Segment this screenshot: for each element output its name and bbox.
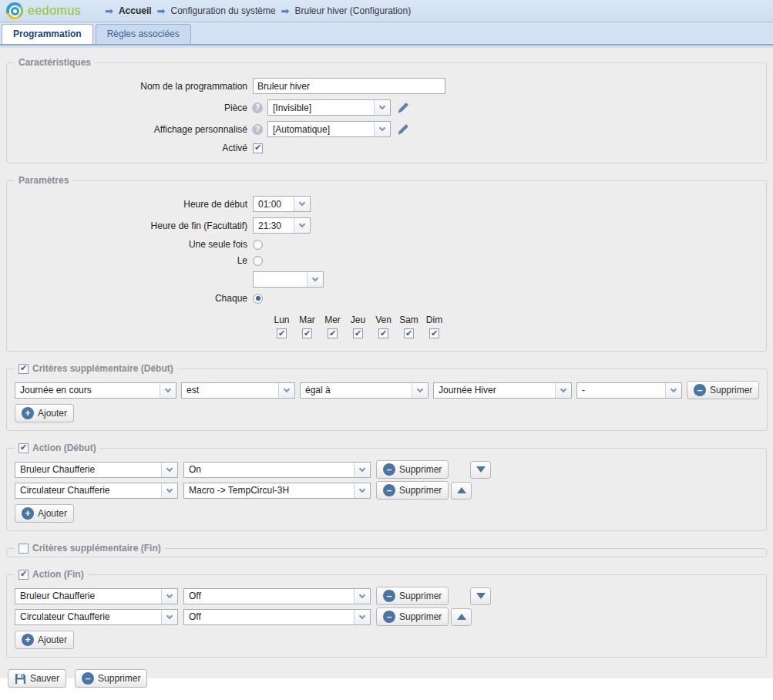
chevron-down-icon[interactable] bbox=[374, 100, 390, 115]
add-action-button[interactable]: + Ajouter bbox=[15, 504, 74, 523]
add-criteria-button[interactable]: + Ajouter bbox=[15, 404, 74, 422]
delete-criteria-button[interactable]: – Supprimer bbox=[687, 381, 759, 399]
help-icon[interactable]: ? bbox=[252, 103, 263, 113]
delete-action-button[interactable]: – Supprimer bbox=[376, 587, 449, 605]
move-action-up-button[interactable] bbox=[451, 608, 472, 626]
enabled-checkbox[interactable] bbox=[253, 143, 263, 153]
move-action-up-button[interactable] bbox=[451, 482, 472, 500]
action-device-select[interactable]: Circulateur Chaufferie bbox=[15, 609, 178, 625]
save-icon bbox=[15, 673, 26, 685]
arrow-down-icon bbox=[476, 466, 486, 473]
chevron-down-icon[interactable] bbox=[665, 383, 681, 398]
action-value-select[interactable]: Macro -> TempCircul-3H bbox=[183, 483, 371, 499]
chevron-down-icon[interactable] bbox=[161, 589, 177, 604]
end-time-select[interactable]: 21:30 bbox=[253, 217, 311, 234]
chevron-down-icon[interactable] bbox=[354, 483, 370, 498]
chevron-down-icon[interactable] bbox=[294, 218, 310, 233]
add-action-button[interactable]: + Ajouter bbox=[15, 631, 74, 649]
every-radio[interactable] bbox=[253, 294, 263, 304]
chevron-down-icon[interactable] bbox=[160, 383, 176, 398]
criteria-verb-select[interactable]: est bbox=[181, 382, 295, 399]
action-value-select[interactable]: Off bbox=[183, 609, 371, 625]
tab-programmation[interactable]: Programmation bbox=[2, 24, 93, 44]
minus-icon: – bbox=[383, 484, 395, 496]
display-label: Affichage personnalisé bbox=[15, 124, 247, 135]
delete-programmation-button[interactable]: – Supprimer bbox=[75, 669, 147, 688]
criteria-operator-select[interactable]: égal à bbox=[300, 382, 429, 399]
chevron-down-icon[interactable] bbox=[354, 463, 370, 477]
start-time-select[interactable]: 01:00 bbox=[253, 196, 311, 212]
action-debut-checkbox[interactable] bbox=[18, 443, 29, 453]
chevron-down-icon[interactable] bbox=[161, 483, 177, 498]
action-fin-checkbox[interactable] bbox=[18, 570, 29, 580]
chevron-down-icon[interactable] bbox=[307, 272, 323, 287]
breadcrumb-arrow-icon: ➡ bbox=[105, 6, 113, 16]
enabled-label: Activé bbox=[15, 143, 247, 153]
save-button[interactable]: Sauver bbox=[8, 669, 66, 688]
section-criteres-debut-legend: Critères supplémentaire (Début) bbox=[32, 363, 173, 374]
programmation-name-input[interactable] bbox=[253, 78, 445, 94]
chevron-down-icon[interactable] bbox=[555, 383, 571, 398]
minus-icon: – bbox=[383, 463, 395, 476]
end-time-label: Heure de fin (Facultatif) bbox=[15, 220, 247, 231]
criteria-source-select[interactable]: Journée en cours bbox=[15, 382, 176, 399]
chevron-down-icon[interactable] bbox=[294, 197, 310, 211]
day-sunday-checkbox[interactable] bbox=[429, 328, 439, 338]
on-date-radio[interactable] bbox=[253, 256, 263, 266]
room-select[interactable]: [Invisible] bbox=[267, 99, 391, 116]
eedomus-logo-icon bbox=[6, 2, 23, 19]
chevron-down-icon[interactable] bbox=[161, 463, 177, 477]
section-caracteristiques-legend: Caractéristiques bbox=[15, 57, 95, 68]
criteria-extra-select[interactable]: - bbox=[576, 382, 682, 399]
date-select[interactable] bbox=[253, 271, 324, 288]
arrow-up-icon bbox=[457, 614, 466, 620]
criteres-fin-checkbox[interactable] bbox=[18, 544, 29, 554]
action-device-select[interactable]: Bruleur Chaufferie bbox=[15, 588, 178, 604]
breadcrumb-arrow-icon: ➡ bbox=[157, 6, 166, 16]
delete-action-button[interactable]: – Supprimer bbox=[376, 460, 449, 479]
footer-actions: Sauver – Supprimer bbox=[8, 669, 767, 688]
day-label: Lun bbox=[274, 315, 289, 325]
action-row: Circulateur Chaufferie Macro -> TempCirc… bbox=[15, 481, 758, 500]
day-label: Mar bbox=[299, 315, 315, 325]
arrow-up-icon bbox=[457, 487, 466, 493]
action-device-select[interactable]: Bruleur Chaufferie bbox=[15, 462, 178, 478]
tab-regles-associees[interactable]: Règles associées bbox=[96, 24, 191, 44]
chevron-down-icon[interactable] bbox=[278, 383, 294, 398]
breadcrumb-home-link[interactable]: Accueil bbox=[119, 5, 152, 16]
breadcrumb-config-link[interactable]: Configuration du système bbox=[171, 5, 276, 16]
edit-display-icon[interactable] bbox=[397, 123, 409, 136]
chevron-down-icon[interactable] bbox=[354, 589, 370, 604]
criteria-value-select[interactable]: Journée Hiver bbox=[433, 382, 572, 399]
day-label: Dim bbox=[426, 315, 442, 325]
day-saturday-checkbox[interactable] bbox=[404, 328, 414, 338]
action-value-select[interactable]: On bbox=[183, 462, 371, 478]
arrow-down-icon bbox=[476, 593, 486, 599]
day-friday-checkbox[interactable] bbox=[378, 328, 388, 338]
on-date-label: Le bbox=[15, 255, 247, 266]
day-tuesday-checkbox[interactable] bbox=[302, 328, 312, 338]
chevron-down-icon[interactable] bbox=[354, 610, 370, 624]
delete-action-button[interactable]: – Supprimer bbox=[376, 607, 449, 626]
day-label: Ven bbox=[375, 315, 392, 325]
edit-room-icon[interactable] bbox=[397, 102, 409, 114]
day-wednesday-checkbox[interactable] bbox=[328, 328, 338, 338]
day-thursday-checkbox[interactable] bbox=[353, 328, 363, 338]
criteres-debut-checkbox[interactable] bbox=[18, 364, 29, 374]
every-label: Chaque bbox=[15, 293, 247, 304]
help-icon[interactable]: ? bbox=[252, 124, 263, 135]
move-action-down-button[interactable] bbox=[470, 587, 491, 605]
eedomus-logo[interactable]: eedomus bbox=[6, 2, 91, 19]
chevron-down-icon[interactable] bbox=[412, 383, 428, 398]
section-caracteristiques: Caractéristiques Nom de la programmation… bbox=[6, 57, 767, 163]
action-device-select[interactable]: Circulateur Chaufferie bbox=[15, 483, 178, 499]
action-value-select[interactable]: Off bbox=[183, 588, 371, 604]
chevron-down-icon[interactable] bbox=[161, 610, 177, 624]
chevron-down-icon[interactable] bbox=[374, 122, 390, 136]
day-monday-checkbox[interactable] bbox=[277, 328, 287, 338]
move-action-down-button[interactable] bbox=[470, 461, 491, 479]
once-radio[interactable] bbox=[253, 240, 263, 250]
plus-icon: + bbox=[22, 507, 34, 520]
display-select[interactable]: [Automatique] bbox=[267, 121, 391, 137]
delete-action-button[interactable]: – Supprimer bbox=[376, 481, 449, 500]
